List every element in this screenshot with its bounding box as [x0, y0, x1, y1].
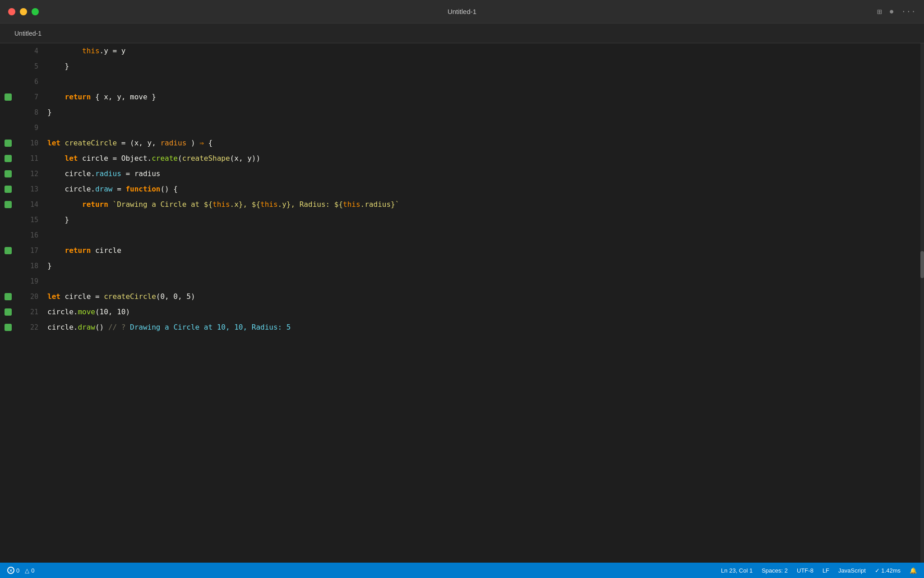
close-button[interactable] [8, 8, 15, 15]
line-code: return { x, y, move } [47, 89, 156, 105]
status-bar: ✕ 0 △ 0 Ln 23, Col 1 Spaces: 2 UTF-8 LF … [0, 563, 924, 578]
line-code: let createCircle = (x, y, radius ) ⇒ { [47, 135, 213, 151]
circle-icon[interactable]: ● [889, 7, 894, 16]
code-line: 10let createCircle = (x, y, radius ) ⇒ { [0, 135, 924, 151]
warning-icon: △ [25, 567, 29, 574]
line-number: 13 [25, 185, 47, 193]
warning-count: 0 [31, 567, 34, 574]
line-number: 5 [25, 62, 47, 70]
code-line: 6 [0, 74, 924, 89]
line-code: circle.draw = function() { [47, 182, 178, 197]
code-line: 14 return `Drawing a Circle at ${this.x}… [0, 197, 924, 212]
tab-bar: Untitled-1 [0, 23, 924, 43]
traffic-lights [8, 8, 39, 15]
scrollbar-track[interactable] [920, 43, 924, 563]
line-number: 18 [25, 262, 47, 270]
line-number: 19 [25, 277, 47, 285]
line-number: 11 [25, 154, 47, 163]
scrollbar-thumb[interactable] [920, 251, 924, 278]
line-code: circle.draw() // ? Drawing a Circle at 1… [47, 320, 291, 335]
line-number: 17 [25, 247, 47, 255]
line-number: 6 [25, 78, 47, 86]
code-line: 7 return { x, y, move } [0, 89, 924, 105]
code-line: 19 [0, 274, 924, 289]
window-title: Untitled-1 [448, 8, 476, 15]
code-line: 15 } [0, 212, 924, 228]
error-icon: ✕ [7, 567, 14, 574]
line-number: 12 [25, 170, 47, 178]
code-line: 11 let circle = Object.create(createShap… [0, 151, 924, 166]
line-code: } [47, 258, 52, 274]
breakpoint-indicator [5, 247, 12, 254]
breakpoint-indicator [5, 201, 12, 208]
tab-untitled[interactable]: Untitled-1 [7, 27, 49, 40]
encoding[interactable]: UTF-8 [797, 567, 813, 574]
eol[interactable]: LF [822, 567, 829, 574]
title-bar-actions: ⊞ ● ··· [877, 7, 916, 17]
code-line: 9 [0, 120, 924, 135]
errors-indicator[interactable]: ✕ 0 △ 0 [7, 567, 34, 574]
code-line: 16 [0, 228, 924, 243]
line-number: 14 [25, 200, 47, 209]
line-code: return circle [47, 243, 121, 258]
line-code: } [47, 212, 69, 228]
split-editor-icon[interactable]: ⊞ [877, 7, 882, 17]
status-left: ✕ 0 △ 0 [7, 567, 34, 574]
line-number: 22 [25, 323, 47, 331]
maximize-button[interactable] [32, 8, 39, 15]
line-number: 16 [25, 231, 47, 239]
line-code: let circle = createCircle(0, 0, 5) [47, 289, 195, 304]
line-number: 10 [25, 139, 47, 147]
status-right: Ln 23, Col 1 Spaces: 2 UTF-8 LF JavaScri… [721, 567, 917, 574]
line-number: 9 [25, 124, 47, 132]
editor-area: 4 this.y = y5 }67 return { x, y, move }8… [0, 43, 924, 563]
more-icon[interactable]: ··· [901, 7, 916, 16]
line-number: 20 [25, 293, 47, 301]
breakpoint-indicator [5, 324, 12, 331]
line-code: this.y = y [47, 43, 125, 59]
code-line: 4 this.y = y [0, 43, 924, 59]
code-line: 5 } [0, 59, 924, 74]
breakpoint-indicator [5, 186, 12, 193]
breakpoint-indicator [5, 293, 12, 300]
line-number: 15 [25, 216, 47, 224]
line-code: circle.move(10, 10) [47, 304, 130, 320]
breakpoint-indicator [5, 155, 12, 162]
breakpoint-indicator [5, 170, 12, 177]
code-line: 20let circle = createCircle(0, 0, 5) [0, 289, 924, 304]
code-line: 12 circle.radius = radius [0, 166, 924, 182]
code-lines: 4 this.y = y5 }67 return { x, y, move }8… [0, 43, 924, 335]
minimize-button[interactable] [20, 8, 27, 15]
notification-icon[interactable]: 🔔 [910, 567, 917, 574]
language[interactable]: JavaScript [838, 567, 866, 574]
line-code: } [47, 105, 52, 120]
code-line: 21circle.move(10, 10) [0, 304, 924, 320]
code-line: 18} [0, 258, 924, 274]
code-line: 13 circle.draw = function() { [0, 182, 924, 197]
error-count: 0 [16, 567, 19, 574]
code-line: 17 return circle [0, 243, 924, 258]
breakpoint-indicator [5, 93, 12, 101]
breakpoint-indicator [5, 140, 12, 147]
breakpoint-indicator [5, 308, 12, 316]
timing: ✓ 1.42ms [875, 567, 901, 574]
line-number: 21 [25, 308, 47, 316]
line-number: 8 [25, 108, 47, 117]
code-line: 22circle.draw() // ? Drawing a Circle at… [0, 320, 924, 335]
code-line: 8} [0, 105, 924, 120]
line-number: 4 [25, 47, 47, 55]
line-code: circle.radius = radius [47, 166, 160, 182]
spaces-setting[interactable]: Spaces: 2 [762, 567, 788, 574]
line-code: return `Drawing a Circle at ${this.x}, $… [47, 197, 399, 212]
cursor-position[interactable]: Ln 23, Col 1 [721, 567, 753, 574]
line-code: let circle = Object.create(createShape(x… [47, 151, 260, 166]
title-bar: Untitled-1 ⊞ ● ··· [0, 0, 924, 23]
line-code: } [47, 59, 69, 74]
line-number: 7 [25, 93, 47, 101]
